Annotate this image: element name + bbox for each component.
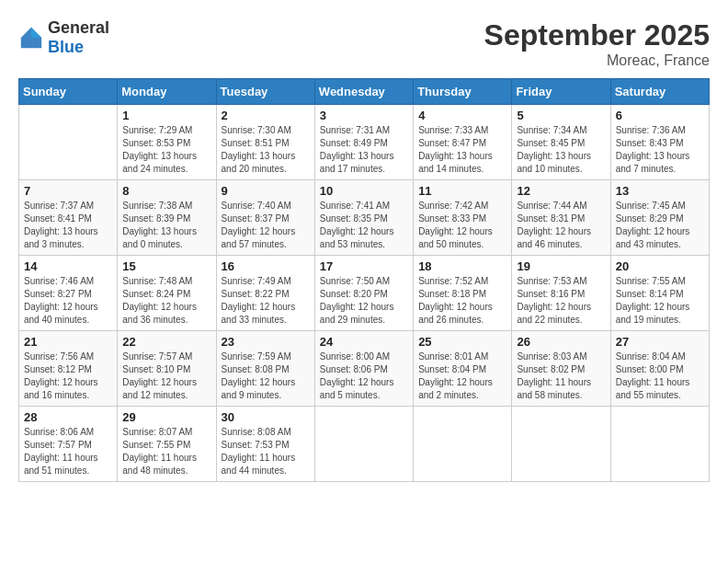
day-info: Sunrise: 8:01 AMSunset: 8:04 PMDaylight:…	[418, 350, 506, 402]
sunrise-text: Sunrise: 7:42 AM	[418, 201, 488, 211]
sunrise-text: Sunrise: 7:52 AM	[418, 276, 488, 286]
sunrise-text: Sunrise: 7:33 AM	[418, 125, 488, 135]
day-info: Sunrise: 8:00 AMSunset: 8:06 PMDaylight:…	[320, 350, 408, 402]
day-info: Sunrise: 7:53 AMSunset: 8:16 PMDaylight:…	[517, 275, 605, 327]
day-info: Sunrise: 7:42 AMSunset: 8:33 PMDaylight:…	[418, 200, 506, 251]
daylight-text: Daylight: 11 hours and 55 minutes.	[616, 377, 690, 400]
daylight-text: Daylight: 11 hours and 48 minutes.	[122, 453, 197, 476]
day-number: 26	[517, 335, 605, 349]
calendar-cell: 17Sunrise: 7:50 AMSunset: 8:20 PMDayligh…	[314, 256, 413, 331]
day-info: Sunrise: 7:48 AMSunset: 8:24 PMDaylight:…	[122, 275, 210, 327]
col-friday: Friday	[512, 79, 610, 105]
day-info: Sunrise: 7:37 AMSunset: 8:41 PMDaylight:…	[24, 200, 112, 251]
day-number: 11	[418, 184, 506, 198]
day-number: 20	[616, 259, 704, 273]
calendar-header-row: Sunday Monday Tuesday Wednesday Thursday…	[19, 79, 710, 105]
sunrise-text: Sunrise: 8:00 AM	[320, 351, 390, 362]
sunset-text: Sunset: 8:18 PM	[418, 289, 486, 299]
day-number: 18	[418, 259, 506, 273]
col-saturday: Saturday	[610, 79, 709, 105]
sunrise-text: Sunrise: 7:49 AM	[222, 276, 291, 286]
day-info: Sunrise: 7:50 AMSunset: 8:20 PMDaylight:…	[320, 275, 408, 327]
sunset-text: Sunset: 8:35 PM	[320, 213, 388, 224]
calendar-cell	[19, 105, 118, 180]
daylight-text: Daylight: 12 hours and 43 minutes.	[616, 226, 690, 249]
day-info: Sunrise: 8:06 AMSunset: 7:57 PMDaylight:…	[24, 426, 112, 477]
day-number: 22	[122, 335, 210, 349]
sunset-text: Sunset: 8:04 PM	[418, 364, 486, 374]
col-sunday: Sunday	[19, 79, 118, 105]
day-info: Sunrise: 7:38 AMSunset: 8:39 PMDaylight:…	[122, 200, 210, 251]
calendar-cell: 6Sunrise: 7:36 AMSunset: 8:43 PMDaylight…	[610, 105, 709, 180]
daylight-text: Daylight: 11 hours and 44 minutes.	[222, 453, 296, 476]
daylight-text: Daylight: 12 hours and 50 minutes.	[418, 226, 493, 249]
day-info: Sunrise: 8:07 AMSunset: 7:55 PMDaylight:…	[122, 426, 210, 477]
sunset-text: Sunset: 8:02 PM	[517, 364, 585, 374]
calendar-cell: 21Sunrise: 7:56 AMSunset: 8:12 PMDayligh…	[19, 331, 118, 407]
day-info: Sunrise: 7:55 AMSunset: 8:14 PMDaylight:…	[616, 275, 704, 327]
day-number: 29	[122, 410, 210, 424]
day-number: 25	[418, 335, 506, 349]
sunrise-text: Sunrise: 7:48 AM	[122, 276, 192, 286]
calendar-week-1: 7Sunrise: 7:37 AMSunset: 8:41 PMDaylight…	[19, 180, 710, 256]
day-info: Sunrise: 7:29 AMSunset: 8:53 PMDaylight:…	[122, 124, 210, 176]
sunrise-text: Sunrise: 7:41 AM	[320, 201, 390, 211]
sunset-text: Sunset: 8:29 PM	[616, 213, 684, 224]
day-info: Sunrise: 8:08 AMSunset: 7:53 PMDaylight:…	[222, 426, 310, 477]
sunset-text: Sunset: 7:57 PM	[24, 440, 92, 450]
day-info: Sunrise: 7:52 AMSunset: 8:18 PMDaylight:…	[418, 275, 506, 327]
day-info: Sunrise: 7:31 AMSunset: 8:49 PMDaylight:…	[320, 124, 408, 176]
calendar-cell: 19Sunrise: 7:53 AMSunset: 8:16 PMDayligh…	[512, 256, 610, 331]
sunset-text: Sunset: 8:39 PM	[122, 213, 190, 224]
day-info: Sunrise: 7:30 AMSunset: 8:51 PMDaylight:…	[222, 124, 310, 176]
sunset-text: Sunset: 8:45 PM	[517, 138, 585, 148]
sunset-text: Sunset: 8:37 PM	[222, 213, 290, 224]
day-info: Sunrise: 7:57 AMSunset: 8:10 PMDaylight:…	[122, 350, 210, 402]
sunrise-text: Sunrise: 7:46 AM	[24, 276, 94, 286]
calendar-cell: 10Sunrise: 7:41 AMSunset: 8:35 PMDayligh…	[314, 180, 413, 256]
day-info: Sunrise: 7:40 AMSunset: 8:37 PMDaylight:…	[222, 200, 310, 251]
daylight-text: Daylight: 12 hours and 40 minutes.	[24, 302, 98, 325]
day-number: 2	[222, 109, 310, 122]
day-info: Sunrise: 7:36 AMSunset: 8:43 PMDaylight:…	[616, 124, 704, 176]
daylight-text: Daylight: 12 hours and 26 minutes.	[418, 302, 493, 325]
daylight-text: Daylight: 13 hours and 10 minutes.	[517, 151, 591, 174]
daylight-text: Daylight: 12 hours and 33 minutes.	[222, 302, 296, 325]
calendar-cell: 11Sunrise: 7:42 AMSunset: 8:33 PMDayligh…	[414, 180, 512, 256]
calendar-cell: 20Sunrise: 7:55 AMSunset: 8:14 PMDayligh…	[610, 256, 709, 331]
svg-marker-1	[31, 28, 41, 38]
sunrise-text: Sunrise: 8:08 AM	[222, 427, 291, 437]
sunrise-text: Sunrise: 8:01 AM	[418, 351, 488, 362]
day-number: 15	[122, 259, 210, 273]
month-title: September 2025	[484, 18, 710, 52]
calendar-cell: 3Sunrise: 7:31 AMSunset: 8:49 PMDaylight…	[314, 105, 413, 180]
sunrise-text: Sunrise: 7:50 AM	[320, 276, 390, 286]
daylight-text: Daylight: 12 hours and 2 minutes.	[418, 377, 493, 400]
daylight-text: Daylight: 13 hours and 3 minutes.	[24, 226, 98, 249]
day-number: 17	[320, 259, 408, 273]
sunset-text: Sunset: 8:51 PM	[222, 138, 290, 148]
title-block: September 2025 Moreac, France	[484, 18, 710, 69]
daylight-text: Daylight: 12 hours and 12 minutes.	[122, 377, 197, 400]
calendar-cell: 24Sunrise: 8:00 AMSunset: 8:06 PMDayligh…	[314, 331, 413, 407]
calendar-cell	[314, 407, 413, 482]
sunset-text: Sunset: 8:31 PM	[517, 213, 585, 224]
sunrise-text: Sunrise: 7:34 AM	[517, 125, 586, 135]
day-info: Sunrise: 7:56 AMSunset: 8:12 PMDaylight:…	[24, 350, 112, 402]
calendar-cell: 22Sunrise: 7:57 AMSunset: 8:10 PMDayligh…	[118, 331, 216, 407]
sunset-text: Sunset: 8:00 PM	[616, 364, 684, 374]
calendar-cell: 25Sunrise: 8:01 AMSunset: 8:04 PMDayligh…	[414, 331, 512, 407]
sunrise-text: Sunrise: 8:07 AM	[122, 427, 192, 437]
sunrise-text: Sunrise: 7:30 AM	[222, 125, 291, 135]
sunrise-text: Sunrise: 7:56 AM	[24, 351, 94, 362]
sunrise-text: Sunrise: 7:53 AM	[517, 276, 586, 286]
daylight-text: Daylight: 13 hours and 17 minutes.	[320, 151, 394, 174]
day-number: 1	[122, 109, 210, 122]
day-info: Sunrise: 8:03 AMSunset: 8:02 PMDaylight:…	[517, 350, 605, 402]
day-number: 4	[418, 109, 506, 122]
day-number: 30	[222, 410, 310, 424]
daylight-text: Daylight: 12 hours and 22 minutes.	[517, 302, 591, 325]
calendar-cell: 2Sunrise: 7:30 AMSunset: 8:51 PMDaylight…	[216, 105, 314, 180]
sunrise-text: Sunrise: 8:03 AM	[517, 351, 586, 362]
day-number: 6	[616, 109, 704, 122]
